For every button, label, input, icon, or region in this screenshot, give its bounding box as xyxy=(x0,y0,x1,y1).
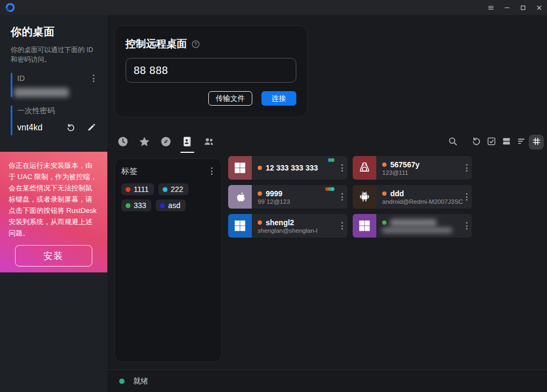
compass-icon xyxy=(160,136,172,149)
tag-chip[interactable]: 333 xyxy=(121,199,151,211)
maximize-button[interactable] xyxy=(515,0,531,15)
menu-button[interactable] xyxy=(483,0,499,15)
windows-icon xyxy=(228,156,252,180)
peer-card[interactable] xyxy=(353,214,472,238)
tag-label: asd xyxy=(168,201,180,210)
window-controls xyxy=(483,0,547,15)
tag-color-dot xyxy=(126,203,130,208)
apple-icon xyxy=(228,185,252,209)
peer-status-dot xyxy=(258,220,262,225)
checkbox-icon xyxy=(486,136,497,148)
peer-menu-button[interactable] xyxy=(339,162,345,174)
peer-status-dot xyxy=(382,162,386,167)
linux-icon xyxy=(353,156,376,180)
tag-color-dot xyxy=(126,187,130,192)
peer-tag-dots xyxy=(329,158,334,162)
titlebar xyxy=(0,0,547,15)
list-lines-icon xyxy=(516,136,527,148)
tags-title: 标签 xyxy=(121,166,137,176)
connect-button[interactable]: 连接 xyxy=(261,91,296,106)
peer-name-censored xyxy=(390,219,436,226)
install-warning-text: 你正在运行未安装版本，由于 UAC 限制，作为被控端，会在某些情况下无法控制鼠标… xyxy=(9,160,99,239)
card-view-button[interactable] xyxy=(499,135,514,150)
peer-subtitle: shenglan@shenglan-l xyxy=(258,227,347,234)
peer-status-dot xyxy=(382,191,386,196)
peer-name: shengl2 xyxy=(266,218,294,227)
peer-menu-button[interactable] xyxy=(464,220,470,232)
id-menu-button[interactable] xyxy=(91,72,97,84)
sidebar-title: 你的桌面 xyxy=(11,25,98,39)
id-section: ID xyxy=(11,73,98,97)
tag-chip[interactable]: asd xyxy=(156,199,186,211)
search-button[interactable] xyxy=(445,135,460,150)
peer-card[interactable]: 567567y 123@111 xyxy=(353,156,472,180)
tab-favorites[interactable] xyxy=(136,134,153,151)
id-label: ID xyxy=(17,74,25,83)
peer-name: ddd xyxy=(390,189,404,198)
tag-label: 222 xyxy=(171,185,183,194)
peer-tag-dots xyxy=(326,187,334,191)
peer-toolbar xyxy=(114,132,544,152)
peer-status-dot xyxy=(258,191,262,196)
peer-name: 9999 xyxy=(266,189,282,198)
tag-chip[interactable]: 222 xyxy=(158,183,188,195)
windows-icon xyxy=(228,214,252,238)
install-button[interactable]: 安装 xyxy=(15,245,92,267)
peer-menu-button[interactable] xyxy=(339,191,345,203)
peer-card[interactable]: ddd android@Redmi-M2007J3SC xyxy=(353,185,472,209)
peer-menu-button[interactable] xyxy=(464,162,470,174)
close-button[interactable] xyxy=(531,0,547,15)
status-label: 就绪 xyxy=(133,376,148,386)
remote-id-input[interactable] xyxy=(126,58,296,83)
peer-card[interactable]: shengl2 shenglan@shenglan-l xyxy=(228,214,347,238)
tags-panel: 标签 1111 222 333 asd xyxy=(114,158,222,362)
tag-color-dot xyxy=(163,187,167,192)
tab-group[interactable] xyxy=(200,134,217,151)
tag-chip[interactable]: 1111 xyxy=(121,183,154,195)
refresh-password-button[interactable] xyxy=(64,121,77,134)
peer-status-dot xyxy=(258,166,262,170)
peer-menu-button[interactable] xyxy=(464,191,470,203)
cards-icon xyxy=(501,136,512,148)
transfer-file-button[interactable]: 传输文件 xyxy=(208,91,252,106)
peer-grid: 12 333 333 333 567567y 123@111 xyxy=(228,156,475,238)
svg-text:?: ? xyxy=(194,42,197,47)
grid-hash-icon xyxy=(531,136,542,148)
tag-color-dot xyxy=(160,203,165,208)
android-icon xyxy=(353,185,376,209)
tags-menu-button[interactable] xyxy=(209,165,215,177)
peer-name: 567567y xyxy=(390,160,420,169)
tag-label: 333 xyxy=(134,201,146,210)
peer-card[interactable]: 9999 99`12@123 xyxy=(228,185,347,209)
address-book-icon xyxy=(181,136,193,149)
minimize-button[interactable] xyxy=(499,0,515,15)
statusbar: 就绪 xyxy=(107,369,547,392)
windows-icon xyxy=(353,214,376,238)
peer-subtitle: 99`12@123 xyxy=(258,198,347,205)
rustdesk-logo-icon xyxy=(5,2,16,13)
grid-view-button[interactable] xyxy=(529,135,544,150)
star-icon xyxy=(138,136,150,149)
tab-address-book[interactable] xyxy=(179,134,196,151)
connect-title: 控制远程桌面 xyxy=(126,37,187,51)
status-dot xyxy=(119,379,125,384)
select-peers-button[interactable] xyxy=(484,135,499,150)
tab-recent-sessions[interactable] xyxy=(114,134,132,151)
install-warning-panel: 你正在运行未安装版本，由于 UAC 限制，作为被控端，会在某些情况下无法控制鼠标… xyxy=(0,152,107,272)
peer-menu-button[interactable] xyxy=(339,220,345,232)
password-value: vnt4kd xyxy=(17,123,42,132)
rustdesk-window: 你的桌面 你的桌面可以通过下面的 ID 和密码访问。 ID 一次性密码 vnt4… xyxy=(0,0,547,392)
sidebar: 你的桌面 你的桌面可以通过下面的 ID 和密码访问。 ID 一次性密码 vnt4… xyxy=(0,15,107,392)
tag-list: 1111 222 333 asd xyxy=(121,183,215,211)
peer-card[interactable]: 12 333 333 333 xyxy=(228,156,347,180)
password-label: 一次性密码 xyxy=(17,106,55,116)
tag-label: 1111 xyxy=(134,185,149,194)
list-view-button[interactable] xyxy=(514,135,529,150)
clock-icon xyxy=(117,136,129,149)
peer-status-dot xyxy=(382,220,386,225)
tab-discovered[interactable] xyxy=(157,134,174,151)
refresh-peers-button[interactable] xyxy=(469,135,484,150)
question-circle-icon[interactable]: ? xyxy=(191,40,200,49)
id-value-censored xyxy=(14,88,69,97)
edit-password-button[interactable] xyxy=(85,121,98,134)
